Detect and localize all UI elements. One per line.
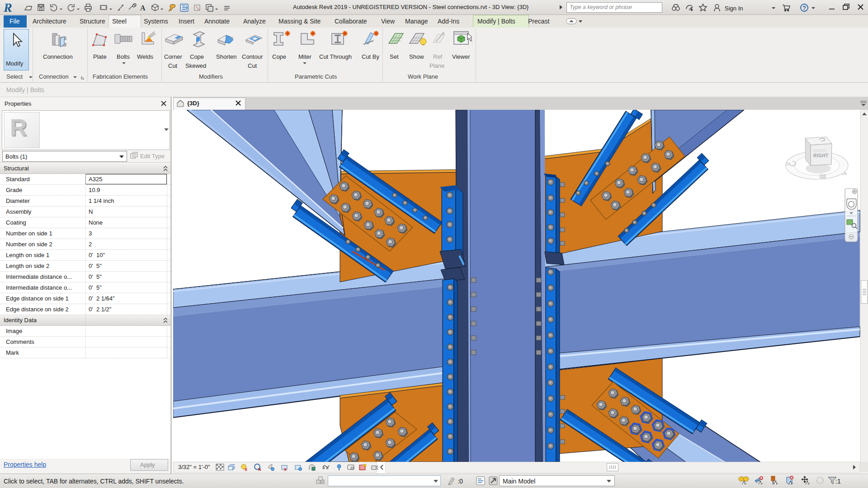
svg-text:x: x (284, 466, 287, 472)
svg-text:x: x (245, 466, 248, 472)
svg-text:?: ? (803, 5, 806, 11)
svg-text:Sign In: Sign In (725, 5, 743, 12)
svg-text:A: A (140, 4, 146, 12)
svg-text:RIGHT: RIGHT (813, 153, 829, 158)
svg-text:x: x (258, 466, 261, 472)
svg-text:R: R (3, 1, 12, 14)
